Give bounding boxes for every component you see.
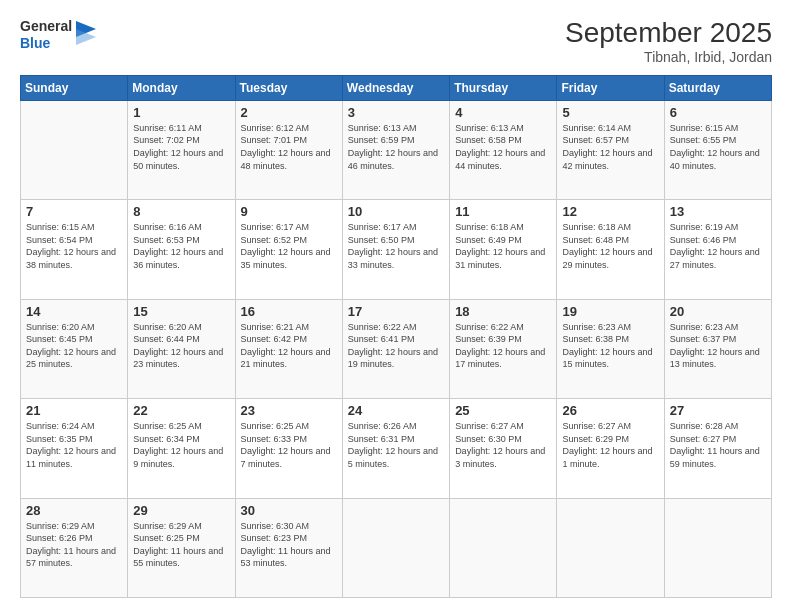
day-number: 10 [348,204,444,219]
table-cell: 9 Sunrise: 6:17 AM Sunset: 6:52 PM Dayli… [235,200,342,299]
day-info: Sunrise: 6:15 AM Sunset: 6:55 PM Dayligh… [670,122,766,172]
day-info: Sunrise: 6:30 AM Sunset: 6:23 PM Dayligh… [241,520,337,570]
day-info: Sunrise: 6:12 AM Sunset: 7:01 PM Dayligh… [241,122,337,172]
daylight-label: Daylight: 12 hours and 15 minutes. [562,347,652,370]
day-info: Sunrise: 6:22 AM Sunset: 6:39 PM Dayligh… [455,321,551,371]
day-number: 2 [241,105,337,120]
sunrise-label: Sunrise: 6:28 AM [670,421,739,431]
sunset-label: Sunset: 6:34 PM [133,434,200,444]
header-monday: Monday [128,75,235,100]
daylight-label: Daylight: 12 hours and 9 minutes. [133,446,223,469]
table-cell: 25 Sunrise: 6:27 AM Sunset: 6:30 PM Dayl… [450,399,557,498]
daylight-label: Daylight: 12 hours and 23 minutes. [133,347,223,370]
daylight-label: Daylight: 12 hours and 21 minutes. [241,347,331,370]
header-tuesday: Tuesday [235,75,342,100]
sunset-label: Sunset: 7:01 PM [241,135,308,145]
sunrise-label: Sunrise: 6:25 AM [133,421,202,431]
daylight-label: Daylight: 12 hours and 36 minutes. [133,247,223,270]
sunset-label: Sunset: 7:02 PM [133,135,200,145]
day-info: Sunrise: 6:21 AM Sunset: 6:42 PM Dayligh… [241,321,337,371]
day-number: 3 [348,105,444,120]
sunset-label: Sunset: 6:52 PM [241,235,308,245]
table-cell: 20 Sunrise: 6:23 AM Sunset: 6:37 PM Dayl… [664,299,771,398]
table-cell: 22 Sunrise: 6:25 AM Sunset: 6:34 PM Dayl… [128,399,235,498]
table-cell: 3 Sunrise: 6:13 AM Sunset: 6:59 PM Dayli… [342,100,449,199]
daylight-label: Daylight: 12 hours and 42 minutes. [562,148,652,171]
sunrise-label: Sunrise: 6:15 AM [670,123,739,133]
table-cell: 5 Sunrise: 6:14 AM Sunset: 6:57 PM Dayli… [557,100,664,199]
sunset-label: Sunset: 6:37 PM [670,334,737,344]
sunset-label: Sunset: 6:50 PM [348,235,415,245]
table-cell: 7 Sunrise: 6:15 AM Sunset: 6:54 PM Dayli… [21,200,128,299]
table-cell: 27 Sunrise: 6:28 AM Sunset: 6:27 PM Dayl… [664,399,771,498]
table-cell: 14 Sunrise: 6:20 AM Sunset: 6:45 PM Dayl… [21,299,128,398]
day-number: 7 [26,204,122,219]
table-cell: 18 Sunrise: 6:22 AM Sunset: 6:39 PM Dayl… [450,299,557,398]
sunrise-label: Sunrise: 6:20 AM [26,322,95,332]
logo-flag-icon [76,21,96,49]
daylight-label: Daylight: 11 hours and 55 minutes. [133,546,223,569]
day-number: 14 [26,304,122,319]
sunset-label: Sunset: 6:23 PM [241,533,308,543]
sunset-label: Sunset: 6:33 PM [241,434,308,444]
table-cell: 24 Sunrise: 6:26 AM Sunset: 6:31 PM Dayl… [342,399,449,498]
day-info: Sunrise: 6:20 AM Sunset: 6:45 PM Dayligh… [26,321,122,371]
sunset-label: Sunset: 6:26 PM [26,533,93,543]
table-cell: 30 Sunrise: 6:30 AM Sunset: 6:23 PM Dayl… [235,498,342,597]
week-row-3: 14 Sunrise: 6:20 AM Sunset: 6:45 PM Dayl… [21,299,772,398]
day-info: Sunrise: 6:18 AM Sunset: 6:49 PM Dayligh… [455,221,551,271]
sunset-label: Sunset: 6:41 PM [348,334,415,344]
sunrise-label: Sunrise: 6:29 AM [133,521,202,531]
table-cell: 19 Sunrise: 6:23 AM Sunset: 6:38 PM Dayl… [557,299,664,398]
sunset-label: Sunset: 6:29 PM [562,434,629,444]
table-cell: 28 Sunrise: 6:29 AM Sunset: 6:26 PM Dayl… [21,498,128,597]
day-number: 20 [670,304,766,319]
daylight-label: Daylight: 12 hours and 13 minutes. [670,347,760,370]
day-number: 29 [133,503,229,518]
table-cell: 8 Sunrise: 6:16 AM Sunset: 6:53 PM Dayli… [128,200,235,299]
page-title: September 2025 [565,18,772,49]
day-info: Sunrise: 6:13 AM Sunset: 6:58 PM Dayligh… [455,122,551,172]
week-row-4: 21 Sunrise: 6:24 AM Sunset: 6:35 PM Dayl… [21,399,772,498]
sunrise-label: Sunrise: 6:24 AM [26,421,95,431]
day-number: 4 [455,105,551,120]
sunset-label: Sunset: 6:35 PM [26,434,93,444]
daylight-label: Daylight: 12 hours and 27 minutes. [670,247,760,270]
day-number: 16 [241,304,337,319]
table-cell: 11 Sunrise: 6:18 AM Sunset: 6:49 PM Dayl… [450,200,557,299]
sunset-label: Sunset: 6:57 PM [562,135,629,145]
logo-blue: Blue [20,35,72,52]
daylight-label: Daylight: 12 hours and 31 minutes. [455,247,545,270]
table-cell [664,498,771,597]
day-info: Sunrise: 6:29 AM Sunset: 6:26 PM Dayligh… [26,520,122,570]
table-cell [450,498,557,597]
sunset-label: Sunset: 6:55 PM [670,135,737,145]
daylight-label: Daylight: 12 hours and 25 minutes. [26,347,116,370]
day-info: Sunrise: 6:24 AM Sunset: 6:35 PM Dayligh… [26,420,122,470]
day-number: 9 [241,204,337,219]
day-info: Sunrise: 6:27 AM Sunset: 6:29 PM Dayligh… [562,420,658,470]
day-number: 17 [348,304,444,319]
day-number: 22 [133,403,229,418]
sunset-label: Sunset: 6:48 PM [562,235,629,245]
sunrise-label: Sunrise: 6:15 AM [26,222,95,232]
daylight-label: Daylight: 12 hours and 7 minutes. [241,446,331,469]
day-info: Sunrise: 6:14 AM Sunset: 6:57 PM Dayligh… [562,122,658,172]
day-info: Sunrise: 6:23 AM Sunset: 6:37 PM Dayligh… [670,321,766,371]
sunrise-label: Sunrise: 6:22 AM [348,322,417,332]
sunset-label: Sunset: 6:46 PM [670,235,737,245]
header-friday: Friday [557,75,664,100]
day-number: 15 [133,304,229,319]
day-number: 11 [455,204,551,219]
day-number: 5 [562,105,658,120]
daylight-label: Daylight: 11 hours and 53 minutes. [241,546,331,569]
daylight-label: Daylight: 12 hours and 48 minutes. [241,148,331,171]
day-info: Sunrise: 6:23 AM Sunset: 6:38 PM Dayligh… [562,321,658,371]
daylight-label: Daylight: 12 hours and 19 minutes. [348,347,438,370]
table-cell: 17 Sunrise: 6:22 AM Sunset: 6:41 PM Dayl… [342,299,449,398]
header-thursday: Thursday [450,75,557,100]
day-info: Sunrise: 6:16 AM Sunset: 6:53 PM Dayligh… [133,221,229,271]
table-cell [342,498,449,597]
calendar-header-row: Sunday Monday Tuesday Wednesday Thursday… [21,75,772,100]
day-number: 18 [455,304,551,319]
